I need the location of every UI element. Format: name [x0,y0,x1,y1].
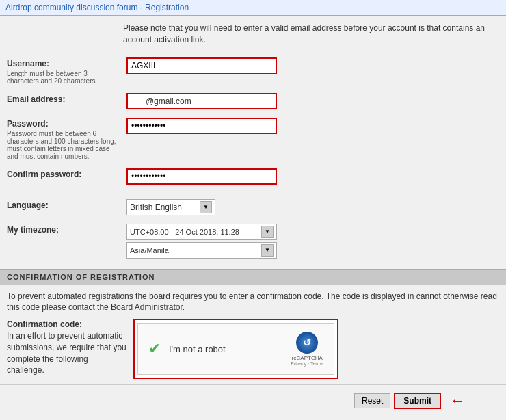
confirm-password-field [126,168,499,185]
timezone-region-arrow[interactable]: ▼ [261,244,274,257]
username-field [126,57,499,74]
timezone-datetime: UTC+08:00 - 24 Oct 2018, 11:28 [130,228,261,236]
confirmation-code-row: Confirmation code: In an effort to preve… [7,319,499,379]
captcha-right: ↺ reCAPTCHA Privacy · Terms [291,332,323,366]
captcha-label: I'm not a robot [169,344,226,354]
email-domain: @gmail.com [146,96,191,106]
email-field: ··· · @gmail.com [126,93,499,109]
language-select-wrapper[interactable]: British English ▼ [126,199,215,215]
timezone-label: My timezone: [7,224,126,235]
email-prefix: ··· · [131,97,144,105]
registration-form: Username: Length must be between 3 chara… [0,53,506,269]
timezone-region-row[interactable]: Asia/Manila ▼ [126,242,277,259]
timezone-region: Asia/Manila [130,246,261,254]
confirmation-description: To prevent automated registrations the b… [7,291,499,314]
confirmation-section: To prevent automated registrations the b… [0,285,506,385]
username-input[interactable] [126,57,277,74]
captcha-left: ✔ I'm not a robot [148,340,226,358]
confirm-password-label: Confirm password: [7,168,126,179]
reset-button[interactable]: Reset [354,393,390,408]
email-row: Email address: ··· · @gmail.com [7,92,499,111]
username-label: Username: Length must be between 3 chara… [7,57,126,85]
recaptcha-logo-icon: ↺ [303,337,311,348]
window-title-bar: Airdrop community discussion forum - Reg… [0,0,506,16]
username-row: Username: Length must be between 3 chara… [7,56,499,86]
password-row: Password: Password must be between 6 cha… [7,116,499,161]
language-row: Language: British English ▼ [7,198,499,217]
timezone-wrapper: UTC+08:00 - 24 Oct 2018, 11:28 ▼ Asia/Ma… [126,224,499,259]
password-input[interactable] [126,118,277,134]
timezone-row: My timezone: UTC+08:00 - 24 Oct 2018, 11… [7,222,499,260]
buttons-row: Reset Submit ← [0,384,506,417]
timezone-datetime-arrow[interactable]: ▼ [261,226,274,238]
submit-arrow-indicator: ← [450,392,465,410]
notice-text: Please note that you will need to enter … [123,23,499,46]
recaptcha-brand: reCAPTCHA [291,355,322,361]
password-field [126,118,499,134]
confirm-password-input[interactable] [126,168,277,185]
confirm-password-row: Confirm password: [7,167,499,186]
language-value: British English [130,202,200,212]
form-divider [7,192,499,192]
captcha-box: ✔ I'm not a robot ↺ reCAPTCHA Privacy · … [133,319,338,379]
email-input-wrapper[interactable]: ··· · @gmail.com [126,93,277,109]
recaptcha-logo: ↺ [296,332,318,354]
email-label: Email address: [7,93,126,104]
captcha-inner[interactable]: ✔ I'm not a robot ↺ reCAPTCHA Privacy · … [137,323,334,375]
timezone-datetime-row[interactable]: UTC+08:00 - 24 Oct 2018, 11:28 ▼ [126,224,277,240]
timezone-field: UTC+08:00 - 24 Oct 2018, 11:28 ▼ Asia/Ma… [126,224,499,259]
captcha-checkmark-icon: ✔ [148,340,161,358]
confirmation-code-label: Confirmation code: In an effort to preve… [7,319,126,376]
confirmation-section-header: CONFIRMATION OF REGISTRATION [0,269,506,285]
window-title-text: Airdrop community discussion forum - Reg… [5,3,189,12]
recaptcha-links: Privacy · Terms [291,361,323,366]
language-label: Language: [7,199,126,210]
submit-button[interactable]: Submit [394,393,441,409]
language-field: British English ▼ [126,199,499,215]
main-content: Please note that you will need to enter … [0,16,506,420]
language-dropdown-arrow[interactable]: ▼ [200,201,212,213]
password-label: Password: Password must be between 6 cha… [7,118,126,160]
